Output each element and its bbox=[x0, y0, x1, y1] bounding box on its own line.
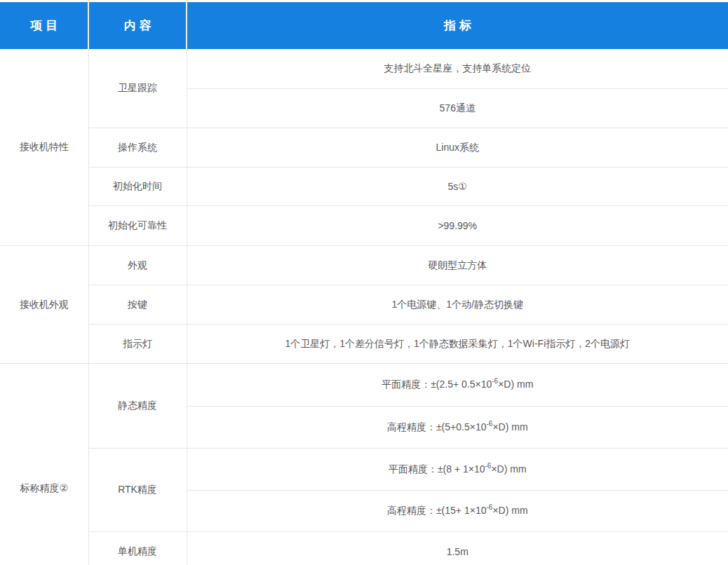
value-init-time: 5s① bbox=[187, 168, 728, 206]
header-indicator: 指标 bbox=[187, 2, 728, 49]
formula-pre: 高程精度：±(15+ 1×10 bbox=[387, 505, 487, 516]
spec-table: 项目 内容 指标 接收机特性 卫星跟踪 支持北斗全星座，支持单系统定位 576通… bbox=[0, 2, 728, 565]
row-label-appearance: 外观 bbox=[88, 246, 187, 285]
value-appearance: 硬朗型立方体 bbox=[187, 246, 728, 285]
spec-table-viewport: 项目 内容 指标 接收机特性 卫星跟踪 支持北斗全星座，支持单系统定位 576通… bbox=[0, 0, 728, 565]
value-standalone-accuracy: 1.5m bbox=[187, 532, 728, 565]
table-row: 标称精度② 静态精度 平面精度：±(2.5+ 0.5×10-6×D) mm bbox=[0, 364, 728, 407]
formula-pre: 高程精度：±(5+0.5×10 bbox=[387, 421, 487, 433]
table-row: 接收机特性 卫星跟踪 支持北斗全星座，支持单系统定位 bbox=[0, 49, 728, 89]
formula-pre: 平面精度：±(8 + 1×10 bbox=[389, 463, 485, 475]
table-row: 单机精度 1.5m bbox=[0, 532, 728, 565]
formula-post: ×D) mm bbox=[492, 505, 527, 516]
section-label-receiver-appearance: 接收机外观 bbox=[0, 246, 88, 364]
table-row: RTK精度 平面精度：±(8 + 1×10-6×D) mm bbox=[0, 449, 728, 491]
value-indicator-lights: 1个卫星灯，1个差分信号灯，1个静态数据采集灯，1个Wi-Fi指示灯，2个电源灯 bbox=[187, 325, 728, 364]
formula-post: ×D) mm bbox=[498, 379, 533, 390]
value-init-reliability: >99.99% bbox=[187, 206, 728, 246]
value-buttons: 1个电源键、1个动/静态切换键 bbox=[187, 285, 728, 325]
value-rtk-accuracy-elevation: 高程精度：±(15+ 1×10-6×D) mm bbox=[187, 491, 728, 532]
formula-post: ×D) mm bbox=[491, 463, 526, 475]
header-row: 项目 内容 指标 bbox=[0, 2, 728, 49]
row-label-static-accuracy: 静态精度 bbox=[88, 364, 187, 449]
section-label-nominal-accuracy: 标称精度② bbox=[0, 364, 88, 565]
header-item: 项目 bbox=[0, 2, 88, 49]
table-row: 初始化可靠性 >99.99% bbox=[0, 206, 728, 246]
row-label-standalone-accuracy: 单机精度 bbox=[88, 532, 187, 565]
value-static-accuracy-plane: 平面精度：±(2.5+ 0.5×10-6×D) mm bbox=[187, 364, 728, 407]
value-satellite-tracking-1: 支持北斗全星座，支持单系统定位 bbox=[187, 49, 728, 89]
formula-post: ×D) mm bbox=[492, 421, 527, 433]
formula-superscript: -6 bbox=[492, 377, 498, 385]
header-content: 内容 bbox=[88, 2, 187, 49]
row-label-operating-system: 操作系统 bbox=[88, 128, 187, 168]
row-label-init-reliability: 初始化可靠性 bbox=[88, 206, 187, 246]
value-static-accuracy-elevation: 高程精度：±(5+0.5×10-6×D) mm bbox=[187, 407, 728, 449]
row-label-satellite-tracking: 卫星跟踪 bbox=[88, 49, 187, 128]
section-label-receiver-features: 接收机特性 bbox=[0, 49, 88, 246]
table-row: 初始化时间 5s① bbox=[0, 168, 728, 206]
value-operating-system: Linux系统 bbox=[187, 128, 728, 168]
row-label-buttons: 按键 bbox=[88, 285, 187, 325]
value-satellite-tracking-2: 576通道 bbox=[187, 89, 728, 128]
row-label-indicator-lights: 指示灯 bbox=[88, 325, 187, 364]
row-label-init-time: 初始化时间 bbox=[88, 168, 187, 206]
table-row: 操作系统 Linux系统 bbox=[0, 128, 728, 168]
row-label-rtk-accuracy: RTK精度 bbox=[88, 449, 187, 532]
formula-pre: 平面精度：±(2.5+ 0.5×10 bbox=[382, 379, 492, 390]
table-row: 按键 1个电源键、1个动/静态切换键 bbox=[0, 285, 728, 325]
table-row: 接收机外观 外观 硬朗型立方体 bbox=[0, 246, 728, 285]
table-row: 指示灯 1个卫星灯，1个差分信号灯，1个静态数据采集灯，1个Wi-Fi指示灯，2… bbox=[0, 325, 728, 364]
value-rtk-accuracy-plane: 平面精度：±(8 + 1×10-6×D) mm bbox=[187, 449, 728, 491]
